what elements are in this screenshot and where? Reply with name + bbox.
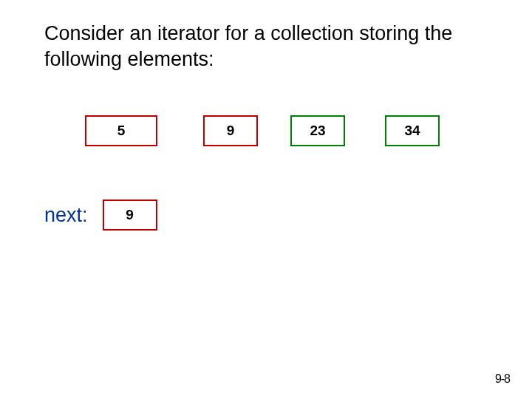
next-value-box: 9 [103,200,157,231]
elements-row: 5 9 23 34 [85,115,440,146]
next-row: next: 9 [44,200,157,231]
element-box-0: 5 [85,115,157,146]
page-number: 9-8 [495,372,510,386]
slide-heading: Consider an iterator for a collection st… [44,21,488,72]
element-box-2: 23 [290,115,345,146]
next-label: next: [44,204,88,227]
element-box-3: 34 [385,115,440,146]
element-box-1: 9 [203,115,258,146]
